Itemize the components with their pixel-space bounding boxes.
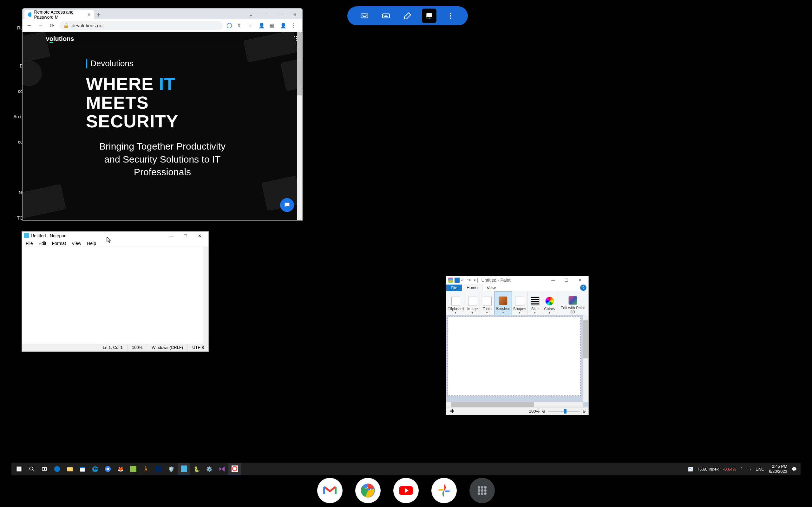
ribbon-image[interactable]: Image▾: [465, 291, 480, 315]
notepad-title: Untitled - Notepad: [31, 233, 67, 238]
zoom-slider[interactable]: [548, 411, 580, 412]
eraser-icon[interactable]: [400, 9, 415, 23]
chrome-taskbar-icon[interactable]: [101, 463, 114, 475]
help-icon[interactable]: ?: [580, 285, 587, 291]
tab-file[interactable]: File: [446, 285, 462, 291]
ribbon-colors[interactable]: Colors▾: [542, 291, 557, 315]
menu-view[interactable]: View: [69, 241, 84, 246]
tab-home[interactable]: Home: [462, 284, 483, 291]
edge-icon[interactable]: [51, 463, 63, 475]
firefox-icon[interactable]: 🦊: [114, 463, 127, 475]
maximize-button[interactable]: ☐: [273, 10, 288, 19]
ribbon-paint3d[interactable]: Edit with Paint 3D: [557, 291, 589, 315]
visualstudio-icon[interactable]: [216, 463, 229, 475]
ribbon-brushes[interactable]: Brushes▾: [495, 291, 512, 315]
close-window-button[interactable]: ✕: [288, 10, 302, 19]
app-icon[interactable]: ⚙️: [203, 463, 216, 475]
more-icon[interactable]: [444, 9, 458, 23]
tray-chevron-icon[interactable]: ˄: [741, 467, 743, 471]
status-zoom: 100%: [127, 344, 147, 351]
ribbon-shapes[interactable]: Shapes▾: [512, 291, 528, 315]
calendar-icon[interactable]: [76, 463, 89, 475]
cursor-icon: [107, 237, 111, 243]
menu-help[interactable]: Help: [84, 241, 99, 246]
paint-taskbar-icon[interactable]: [229, 463, 241, 475]
security-icon[interactable]: 🛡️: [165, 463, 177, 475]
stock-name[interactable]: TX60 Index: [698, 467, 719, 471]
notepad-taskbar-icon[interactable]: [177, 463, 190, 475]
minimize-button[interactable]: —: [258, 10, 273, 19]
maximize-button[interactable]: ☐: [560, 276, 573, 284]
page-scrollbar[interactable]: [297, 32, 302, 220]
close-button[interactable]: ✕: [573, 276, 587, 284]
menu-format[interactable]: Format: [49, 241, 68, 246]
minimize-button[interactable]: —: [547, 276, 560, 284]
menu-file[interactable]: File: [23, 241, 36, 246]
browser-tab[interactable]: Remote Access and Password M ✕: [24, 10, 94, 19]
zoom-in-button[interactable]: ⊕: [582, 409, 586, 413]
extension-icon[interactable]: 👤: [258, 22, 265, 29]
chrome-app-icon[interactable]: [355, 478, 380, 503]
gmail-app-icon[interactable]: [317, 478, 343, 503]
paint-hscrollbar[interactable]: [446, 402, 583, 407]
paint-vscrollbar[interactable]: [583, 315, 589, 402]
chevron-down-icon[interactable]: ⌄: [244, 10, 258, 19]
url-input[interactable]: 🔒 devolutions.net: [59, 21, 223, 31]
save-icon[interactable]: [455, 278, 460, 283]
keyboard-alt-icon[interactable]: [379, 9, 393, 23]
svg-rect-4: [366, 15, 367, 15]
youtube-app-icon[interactable]: [393, 478, 419, 503]
new-tab-button[interactable]: +: [94, 10, 103, 19]
profile-icon[interactable]: 👤: [280, 22, 287, 29]
close-tab-icon[interactable]: ✕: [87, 12, 91, 17]
menu-edit[interactable]: Edit: [36, 241, 49, 246]
paint-titlebar[interactable]: ↶ ↷ ▾ | Untitled - Paint — ☐ ✕: [446, 276, 589, 284]
maximize-button[interactable]: ☐: [179, 232, 193, 239]
paint-canvas[interactable]: [448, 317, 581, 396]
google-icon[interactable]: [226, 22, 233, 29]
stock-change[interactable]: -0.64%: [723, 467, 736, 471]
menu-icon[interactable]: ⋮: [291, 22, 297, 29]
back-button[interactable]: ←: [25, 21, 33, 30]
svg-rect-36: [17, 469, 19, 471]
extensions-icon[interactable]: ▦: [269, 22, 275, 29]
minimize-button[interactable]: —: [165, 232, 179, 239]
ribbon-size[interactable]: Size▾: [528, 291, 542, 315]
close-button[interactable]: ✕: [193, 232, 206, 239]
more-apps-icon[interactable]: [469, 478, 495, 503]
start-button[interactable]: [13, 463, 26, 475]
clock[interactable]: 2:45 PM 6/20/2023: [769, 464, 787, 474]
svg-rect-8: [385, 15, 386, 15]
chat-button[interactable]: [280, 198, 294, 212]
redo-icon[interactable]: ↷: [467, 278, 472, 283]
share-icon[interactable]: ⇪: [237, 22, 243, 29]
notifications-icon[interactable]: 💬: [792, 467, 797, 471]
notepad-titlebar[interactable]: Untitled - Notepad — ☐ ✕: [22, 232, 208, 240]
zoom-out-button[interactable]: ⊖: [542, 409, 546, 413]
language-indicator[interactable]: ENG: [756, 467, 764, 471]
app-icon[interactable]: 🐍: [190, 463, 203, 475]
tab-view[interactable]: View: [483, 285, 500, 291]
ribbon-tools[interactable]: Tools▾: [480, 291, 495, 315]
search-icon[interactable]: [26, 463, 38, 475]
explorer-icon[interactable]: [63, 463, 76, 475]
keyboard-icon[interactable]: [357, 9, 372, 23]
forward-button[interactable]: →: [37, 21, 45, 30]
bookmark-icon[interactable]: ☆: [248, 22, 254, 29]
ribbon-clipboard[interactable]: Clipboard▾: [446, 291, 465, 315]
undo-icon[interactable]: ↶: [461, 278, 466, 283]
task-view-icon[interactable]: [38, 463, 51, 475]
network-icon[interactable]: ▭: [747, 467, 751, 471]
svg-rect-2: [363, 15, 364, 15]
notepad-scrollbar[interactable]: [203, 247, 208, 344]
windows-taskbar: 🌐 🦊 λ 🛡️ 🐍 ⚙️ 📉 TX60 Index -0.64% ˄ ▭ EN…: [11, 463, 801, 475]
globe-icon[interactable]: 🌐: [89, 463, 101, 475]
notepadpp-icon[interactable]: [127, 463, 140, 475]
notepad-textarea[interactable]: [22, 247, 203, 344]
svg-rect-1: [362, 15, 362, 15]
lambda-icon[interactable]: λ: [140, 463, 152, 475]
photos-app-icon[interactable]: [432, 478, 457, 503]
powershell-icon[interactable]: [152, 463, 165, 475]
touchpad-icon[interactable]: [422, 9, 437, 23]
reload-button[interactable]: ⟳: [48, 21, 56, 30]
